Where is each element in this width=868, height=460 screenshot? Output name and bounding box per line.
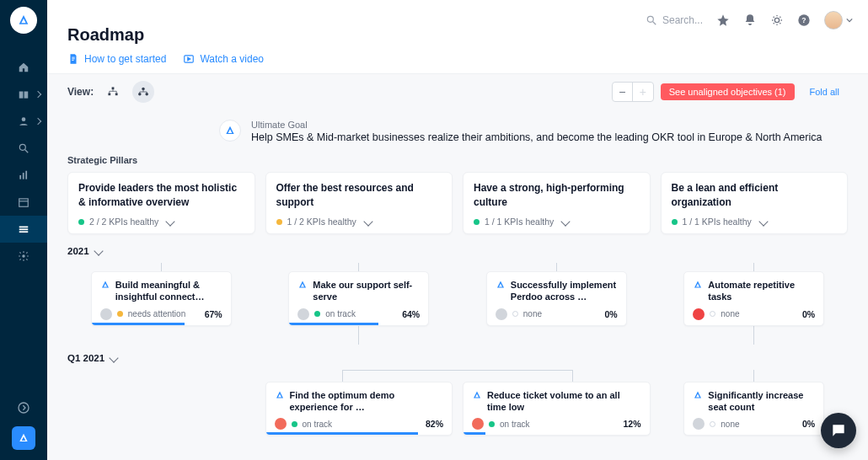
fold-all-link[interactable]: Fold all — [801, 83, 848, 100]
status-dot — [710, 311, 715, 317]
progress-pct: 82% — [426, 419, 443, 429]
objective-card[interactable]: Build meaningful & insightful connect… n… — [91, 271, 232, 326]
howto-link[interactable]: How to get started — [67, 53, 166, 65]
status-dot — [314, 311, 320, 317]
owner-avatar — [100, 308, 112, 320]
objective-title: Make our support self-serve — [313, 279, 420, 303]
app-logo — [10, 7, 37, 34]
status-dot — [710, 421, 715, 427]
nav-collapse-icon[interactable] — [17, 401, 30, 415]
objective-card[interactable]: Successfully implement Perdoo across … n… — [486, 271, 627, 326]
search-placeholder: Search... — [662, 14, 703, 26]
nav-settings[interactable] — [0, 243, 47, 270]
pillar-card[interactable]: Offer the best resources and support 1 /… — [265, 172, 453, 234]
zoom-in-button[interactable]: + — [633, 83, 653, 101]
svg-line-24 — [774, 23, 774, 24]
status排 status-dot — [78, 219, 84, 225]
owner-avatar — [693, 418, 705, 430]
ultimate-goal: Ultimate Goal Help SMEs & Mid-market bus… — [219, 120, 848, 143]
owner-avatar — [693, 308, 705, 320]
pillars-label: Strategic Pillars — [67, 155, 848, 165]
connector — [556, 263, 557, 271]
chevron-down-icon[interactable] — [363, 217, 372, 226]
video-link[interactable]: Watch a video — [183, 53, 264, 65]
page-title: Roadmap — [67, 25, 848, 45]
svg-rect-30 — [72, 60, 73, 61]
objective-title: Reduce ticket volume to an all time low — [487, 389, 641, 414]
progress-bar — [289, 323, 378, 325]
unaligned-button[interactable]: See unaligned objectives (1) — [661, 83, 795, 100]
progress-pct: 12% — [623, 419, 640, 429]
nav-folders[interactable] — [0, 81, 47, 108]
progress-pct: 0% — [802, 309, 815, 319]
year-toggle[interactable]: 2021 — [67, 246, 848, 256]
chevron-down-icon — [110, 353, 119, 362]
svg-rect-5 — [19, 175, 21, 179]
status-text: none — [523, 309, 542, 318]
search-icon — [646, 14, 657, 26]
objective-card[interactable]: Significantly increase seat count none 0… — [683, 382, 824, 436]
owner-avatar — [496, 308, 507, 320]
nav-home[interactable] — [0, 54, 47, 81]
svg-rect-34 — [115, 93, 118, 95]
status-dot — [292, 421, 297, 427]
main: Search... ? Roadmap How to get started W… — [47, 0, 868, 460]
svg-rect-32 — [112, 87, 115, 89]
objective-card[interactable]: Find the optimum demo experience for … o… — [265, 382, 453, 436]
toolbar: View: − + See unaligned objectives (1) F… — [47, 73, 868, 110]
objective-title: Build meaningful & insightful connect… — [115, 279, 222, 303]
progress-bar — [92, 323, 185, 325]
progress-pct: 0% — [605, 309, 618, 319]
nav-people[interactable] — [0, 108, 47, 135]
objective-card[interactable]: Automate repetitive tasks none 0% — [683, 271, 824, 326]
search-input[interactable]: Search... — [646, 14, 703, 26]
zoom-out-button[interactable]: − — [613, 83, 633, 101]
q1-row: Find the optimum demo experience for … o… — [67, 370, 848, 436]
progress-bar — [266, 432, 419, 435]
progress-bar — [463, 432, 485, 435]
quarter-label: Q1 2021 — [67, 353, 104, 363]
svg-rect-12 — [19, 231, 29, 233]
objective-icon — [496, 280, 506, 290]
chevron-down-icon[interactable] — [561, 217, 571, 226]
brand-logo-small — [12, 426, 35, 450]
chevron-down-icon[interactable] — [758, 217, 768, 226]
chat-button[interactable] — [821, 413, 856, 448]
objective-card[interactable]: Make our support self-serve on track 64% — [288, 271, 429, 326]
svg-rect-1 — [24, 92, 29, 99]
nav-roadmap[interactable] — [0, 216, 47, 243]
objective-icon — [472, 390, 482, 400]
nav-search[interactable] — [0, 135, 47, 162]
view-org-button[interactable] — [132, 81, 154, 103]
pillars-row: Provide leaders the most holistic & info… — [67, 172, 848, 234]
progress-pct: 64% — [402, 309, 420, 319]
svg-point-3 — [19, 144, 25, 150]
svg-point-39 — [142, 88, 145, 91]
svg-line-4 — [25, 150, 29, 153]
year-label: 2021 — [67, 246, 89, 256]
nav-analytics[interactable] — [0, 162, 47, 189]
objective-card[interactable]: Reduce ticket volume to an all time low … — [463, 382, 651, 436]
owner-avatar — [297, 308, 309, 320]
chevron-down-icon[interactable] — [166, 217, 175, 226]
view-label: View: — [67, 86, 94, 98]
svg-text:?: ? — [801, 16, 806, 24]
status-dot — [512, 311, 518, 317]
nav-calendar[interactable] — [0, 189, 47, 216]
status-text: needs attention — [128, 309, 185, 318]
status-dot — [117, 311, 123, 317]
document-icon — [67, 53, 79, 65]
view-tree-button[interactable] — [102, 81, 124, 103]
objective-title: Find the optimum demo experience for … — [290, 389, 444, 414]
connector — [358, 263, 359, 271]
objective-icon — [693, 280, 703, 290]
objective-title: Successfully implement Perdoo across … — [511, 279, 618, 303]
svg-rect-11 — [19, 228, 29, 230]
pillar-title: Be a lean and efficient organization — [672, 181, 838, 210]
quarter-toggle[interactable]: Q1 2021 — [67, 353, 848, 363]
pillar-card[interactable]: Provide leaders the most holistic & info… — [67, 172, 255, 234]
svg-line-22 — [774, 17, 774, 18]
pillar-card[interactable]: Have a strong, high-performing culture 1… — [463, 172, 651, 234]
svg-point-13 — [22, 254, 25, 258]
pillar-card[interactable]: Be a lean and efficient organization 1 /… — [661, 172, 849, 234]
